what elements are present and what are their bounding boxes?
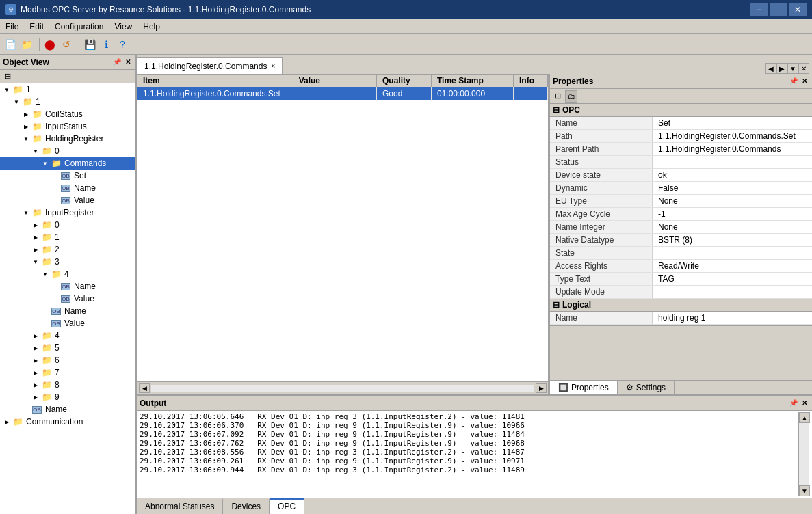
scroll-left[interactable]: ◀	[139, 383, 150, 393]
tree-expand-comm[interactable]: ▶	[1, 416, 12, 427]
output-pin[interactable]: 📌	[789, 398, 798, 408]
tree-container[interactable]: ▼📁1▼📁1▶📁CoilStatus▶📁InputStatus▼📁Holding…	[0, 83, 135, 514]
col-timestamp[interactable]: Time Stamp	[432, 75, 514, 87]
tree-item-ir3[interactable]: ▼📁3	[0, 256, 135, 268]
col-quality[interactable]: Quality	[377, 75, 432, 87]
col-info[interactable]: Info	[514, 75, 548, 87]
tree-item-comm[interactable]: ▶📁Communication	[0, 416, 135, 428]
toolbar-help[interactable]: ?	[115, 37, 130, 52]
tree-item-ir9[interactable]: ▶📁9	[0, 391, 135, 403]
menu-edit[interactable]: Edit	[24, 21, 49, 33]
menu-view[interactable]: View	[109, 21, 137, 33]
main-tab-close[interactable]: ×	[271, 62, 275, 70]
tree-item-ir5[interactable]: ▶📁5	[0, 342, 135, 354]
close-button[interactable]: ✕	[789, 3, 807, 16]
output-scroll-down[interactable]: ▼	[799, 485, 810, 496]
tree-item-ir6[interactable]: ▶📁6	[0, 354, 135, 366]
tree-expand-ir0[interactable]: ▶	[30, 219, 41, 230]
tree-item-set[interactable]: OBSet	[0, 170, 135, 182]
tree-item-commands[interactable]: ▼📁Commands	[0, 157, 135, 170]
tree-item-ir2[interactable]: ▶📁2	[0, 243, 135, 256]
tree-expand-ir4[interactable]: ▼	[40, 269, 51, 280]
col-value[interactable]: Value	[293, 75, 377, 87]
tree-item-value1[interactable]: OBValue	[0, 194, 135, 206]
prop-row-state: State	[550, 247, 812, 260]
tree-expand-ir1[interactable]: ▶	[30, 232, 41, 243]
toolbar-reload[interactable]: ↺	[59, 37, 74, 52]
tree-item-ir0[interactable]: ▶📁0	[0, 219, 135, 231]
toolbar-save[interactable]: 💾	[82, 37, 97, 52]
toolbar-stop-red[interactable]: ⬤	[42, 37, 57, 52]
menu-configuration[interactable]: Configuration	[49, 21, 109, 33]
tree-item-root1[interactable]: ▼📁1	[0, 83, 135, 96]
tab-nav-right[interactable]: ▶	[776, 63, 787, 74]
prop-tool-sort[interactable]: 🗂	[565, 90, 577, 103]
prop-tab-properties[interactable]: 🔲 Properties	[550, 381, 618, 394]
output-scrollbar[interactable]: ▲ ▼	[798, 412, 809, 496]
tree-item-holding[interactable]: ▼📁HoldingRegister	[0, 133, 135, 145]
tree-expand-input[interactable]: ▶	[21, 121, 31, 132]
prop-close[interactable]: ✕	[800, 77, 809, 86]
tree-expand-h0[interactable]: ▼	[30, 146, 41, 157]
tree-item-coil[interactable]: ▶📁CoilStatus	[0, 108, 135, 120]
tree-item-name3[interactable]: OBName	[0, 305, 135, 317]
object-view-close[interactable]: ✕	[123, 57, 133, 67]
scroll-track[interactable]	[151, 385, 534, 392]
tree-item-ir7[interactable]: ▶📁7	[0, 366, 135, 379]
tree-item-ir8[interactable]: ▶📁8	[0, 379, 135, 391]
prop-tab-settings[interactable]: ⚙ Settings	[618, 381, 675, 394]
tree-expand-ir7[interactable]: ▶	[30, 367, 41, 378]
output-close[interactable]: ✕	[800, 398, 809, 408]
tree-item-namex[interactable]: OBName	[0, 403, 135, 416]
toolbar-open[interactable]: 📁	[19, 37, 34, 52]
col-item[interactable]: Item	[137, 75, 293, 87]
tree-item-inputreg[interactable]: ▼📁InputRegister	[0, 206, 135, 219]
tab-nav-down[interactable]: ▼	[787, 63, 798, 74]
tree-expand-coil[interactable]: ▶	[21, 109, 31, 120]
tree-expand-ir2[interactable]: ▶	[30, 244, 41, 255]
tab-nav-left[interactable]: ◀	[765, 63, 776, 74]
toolbar-new[interactable]: 📄	[3, 37, 18, 52]
scroll-right[interactable]: ▶	[536, 383, 547, 393]
tree-item-name1[interactable]: OBName	[0, 182, 135, 194]
output-scroll-track[interactable]	[799, 423, 809, 485]
tree-item-node1[interactable]: ▼📁1	[0, 96, 135, 108]
prop-tool-categorize[interactable]: ⊞	[551, 90, 564, 103]
tree-item-ir1[interactable]: ▶📁1	[0, 231, 135, 243]
tree-item-ir4[interactable]: ▼📁4	[0, 268, 135, 280]
prop-pin[interactable]: 📌	[789, 77, 798, 86]
menu-file[interactable]: File	[0, 21, 24, 33]
tree-expand-ir5[interactable]: ▶	[30, 342, 41, 353]
grid-row-0[interactable]: 1.1.HoldingRegister.0.Commands.Set Good …	[137, 87, 548, 100]
main-tab[interactable]: 1.1.HoldingRegister.0.Commands ×	[137, 57, 283, 74]
tree-item-ir4b[interactable]: ▶📁4	[0, 329, 135, 342]
maximize-button[interactable]: □	[770, 3, 787, 16]
tree-item-input[interactable]: ▶📁InputStatus	[0, 120, 135, 133]
tree-item-value3[interactable]: OBValue	[0, 317, 135, 329]
output-tab-devices[interactable]: Devices	[223, 498, 270, 514]
tree-expand-ir4b[interactable]: ▶	[30, 330, 41, 341]
tree-expand-ir8[interactable]: ▶	[30, 379, 41, 390]
tree-expand-inputreg[interactable]: ▼	[21, 207, 31, 218]
output-tab-opc[interactable]: OPC	[270, 498, 304, 514]
tree-noexpand-set	[49, 170, 60, 181]
tree-item-value2[interactable]: OBValue	[0, 293, 135, 305]
toolbar-info[interactable]: ℹ	[99, 37, 114, 52]
tree-expand-ir6[interactable]: ▶	[30, 355, 41, 366]
tree-expand-holding[interactable]: ▼	[21, 133, 31, 144]
menu-help[interactable]: Help	[137, 21, 166, 33]
output-tab-abnormal[interactable]: Abnormal Statuses	[137, 498, 223, 514]
minimize-button[interactable]: −	[750, 3, 768, 16]
tree-expand-ir9[interactable]: ▶	[30, 392, 41, 403]
tree-expand-node1[interactable]: ▼	[11, 96, 22, 107]
tree-item-name2[interactable]: OBName	[0, 280, 135, 293]
object-view-pin[interactable]: 📌	[112, 57, 122, 67]
tree-expand-commands[interactable]: ▼	[40, 158, 51, 169]
tab-close-all[interactable]: ✕	[798, 63, 809, 74]
tree-toolbar-btn-1[interactable]: ⊞	[1, 71, 14, 82]
tree-item-h0[interactable]: ▼📁0	[0, 145, 135, 157]
tree-expand-ir3[interactable]: ▼	[30, 256, 41, 267]
prop-title: Properties	[553, 77, 593, 86]
tree-expand-root1[interactable]: ▼	[1, 84, 12, 95]
output-scroll-up[interactable]: ▲	[799, 412, 810, 423]
